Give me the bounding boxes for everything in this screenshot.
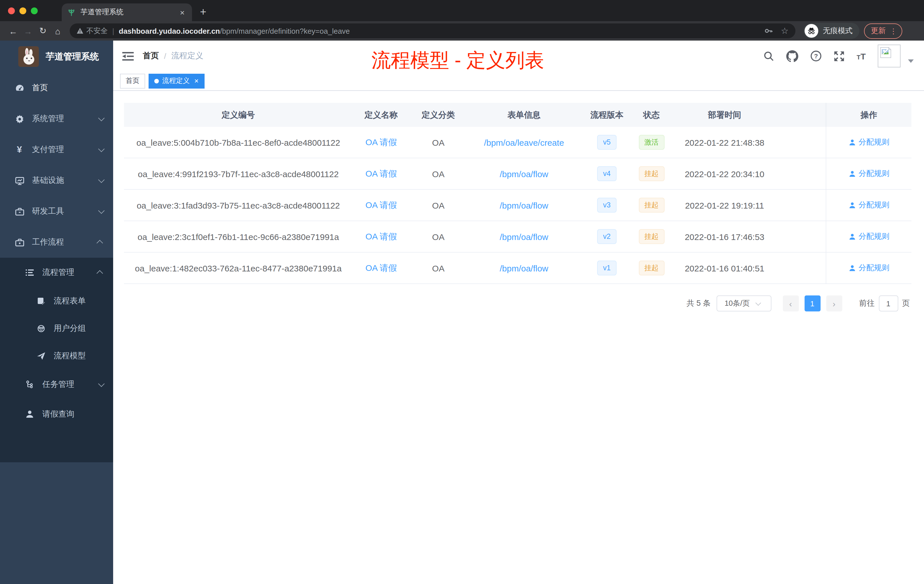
chevron-down-icon bbox=[756, 300, 761, 305]
incognito-label: 无痕模式 bbox=[818, 26, 858, 36]
back-button[interactable]: ← bbox=[6, 26, 21, 36]
window-controls bbox=[0, 0, 46, 21]
sidebar-item-label: 流程管理 bbox=[42, 267, 98, 278]
assign-rule-button[interactable]: 分配规则 bbox=[848, 200, 889, 210]
sidebar-item-process-model[interactable]: 流程模型 bbox=[0, 342, 113, 370]
zoom-window-button[interactable] bbox=[31, 7, 38, 14]
breadcrumb-home[interactable]: 首页 bbox=[143, 51, 159, 61]
tab-title: 芋道管理系统 bbox=[81, 7, 178, 17]
user-icon bbox=[848, 170, 856, 177]
deploy-time: 2022-01-16 17:46:53 bbox=[670, 232, 779, 241]
sidebar-item-task-mgmt[interactable]: 任务管理 bbox=[0, 370, 113, 399]
sidebar-item-payment[interactable]: ¥ 支付管理 bbox=[0, 134, 113, 165]
avatar-dropdown-caret[interactable] bbox=[908, 59, 914, 63]
sidebar-item-workflow[interactable]: 工作流程 bbox=[0, 227, 113, 258]
column-header: 部署时间 bbox=[670, 109, 779, 120]
tab-close-icon[interactable]: × bbox=[178, 8, 186, 17]
robot-icon bbox=[34, 324, 48, 333]
org-flow-icon bbox=[23, 380, 36, 389]
bookmark-star-icon[interactable]: ☆ bbox=[781, 26, 789, 36]
next-page-button[interactable]: › bbox=[826, 295, 842, 312]
browser-tab[interactable]: 芋道管理系统 × bbox=[62, 3, 192, 21]
form-link[interactable]: /bpm/oa/flow bbox=[500, 169, 548, 178]
sidebar-item-infra[interactable]: 基础设施 bbox=[0, 165, 113, 196]
form-link[interactable]: /bpm/oa/flow bbox=[500, 263, 548, 273]
table-row: oa_leave:2:3c1f0ef1-76b1-11ec-9c66-a2380… bbox=[124, 221, 911, 252]
incognito-icon bbox=[807, 26, 816, 35]
definition-name-link[interactable]: OA 请假 bbox=[365, 231, 397, 241]
definition-id: oa_leave:4:991f2193-7b7f-11ec-a3c8-acde4… bbox=[124, 169, 353, 178]
tag-home[interactable]: 首页 bbox=[120, 73, 145, 88]
update-label: 更新 bbox=[871, 26, 886, 36]
chrome-update-button[interactable]: 更新 ⋮ bbox=[864, 23, 902, 39]
list-tree-icon bbox=[23, 268, 36, 277]
sidebar-item-process-mgmt[interactable]: 流程管理 bbox=[0, 258, 113, 287]
status-badge: 挂起 bbox=[639, 198, 664, 213]
definition-name-link[interactable]: OA 请假 bbox=[365, 262, 397, 272]
deploy-time: 2022-01-22 20:34:10 bbox=[670, 169, 779, 178]
github-icon[interactable] bbox=[786, 50, 798, 62]
definition-name-link[interactable]: OA 请假 bbox=[365, 200, 397, 210]
column-header: 定义名称 bbox=[353, 109, 410, 120]
sidebar-item-process-form[interactable]: 流程表单 bbox=[0, 287, 113, 315]
home-button[interactable]: ⌂ bbox=[50, 26, 65, 36]
sidebar-item-devtools[interactable]: 研发工具 bbox=[0, 196, 113, 227]
tag-process-definition[interactable]: 流程定义 × bbox=[148, 73, 204, 88]
assign-rule-button[interactable]: 分配规则 bbox=[848, 231, 889, 242]
goto-label: 前往 bbox=[859, 298, 874, 308]
assign-rule-button[interactable]: 分配规则 bbox=[848, 137, 889, 147]
definition-category: OA bbox=[410, 137, 467, 147]
form-link[interactable]: /bpm/oa/leave/create bbox=[484, 137, 564, 147]
font-size-icon[interactable]: TT bbox=[856, 51, 866, 61]
version-badge[interactable]: v5 bbox=[597, 135, 616, 150]
column-header: 流程版本 bbox=[581, 109, 633, 120]
assign-rule-button[interactable]: 分配规则 bbox=[848, 168, 889, 179]
close-window-button[interactable] bbox=[8, 7, 15, 14]
chevron-down-icon bbox=[98, 146, 105, 152]
version-badge[interactable]: v1 bbox=[597, 261, 616, 276]
help-icon[interactable]: ? bbox=[810, 50, 822, 62]
prev-page-button[interactable]: ‹ bbox=[782, 295, 799, 312]
browser-menu-icon[interactable]: ⋮ bbox=[890, 26, 897, 35]
search-icon[interactable] bbox=[764, 51, 774, 61]
browser-toolbar: ← → ↻ ⌂ 不安全 | dashboard.yudao.iocoder.cn… bbox=[0, 21, 924, 41]
forward-button[interactable]: → bbox=[21, 26, 35, 36]
definition-name-link[interactable]: OA 请假 bbox=[365, 168, 397, 178]
version-badge[interactable]: v2 bbox=[597, 229, 616, 244]
warning-triangle-icon bbox=[77, 27, 83, 34]
browser-window: 芋道管理系统 × + ← → ↻ ⌂ 不安全 | dashboard.yudao… bbox=[0, 0, 924, 584]
form-link[interactable]: /bpm/oa/flow bbox=[500, 200, 548, 210]
avatar[interactable] bbox=[878, 45, 901, 68]
address-bar[interactable]: 不安全 | dashboard.yudao.iocoder.cn /bpm/ma… bbox=[70, 23, 795, 38]
assign-rule-button[interactable]: 分配规则 bbox=[848, 263, 889, 273]
form-link[interactable]: /bpm/oa/flow bbox=[500, 232, 548, 241]
page-size-value: 10条/页 bbox=[724, 298, 750, 308]
definition-name-link[interactable]: OA 请假 bbox=[365, 137, 397, 147]
security-warning[interactable]: 不安全 bbox=[77, 26, 108, 36]
definition-category: OA bbox=[410, 200, 467, 210]
minimize-window-button[interactable] bbox=[20, 7, 26, 14]
tag-close-icon[interactable]: × bbox=[194, 77, 198, 85]
page-number-1[interactable]: 1 bbox=[804, 295, 820, 312]
sidebar-item-user-group[interactable]: 用户分组 bbox=[0, 315, 113, 342]
sidebar-collapse-button[interactable] bbox=[122, 51, 134, 61]
goto-page-input[interactable] bbox=[879, 295, 898, 312]
breadcrumb-current: 流程定义 bbox=[172, 51, 203, 61]
password-key-icon[interactable] bbox=[764, 26, 773, 35]
new-tab-button[interactable]: + bbox=[200, 6, 206, 21]
pagination: 共 5 条 10条/页 ‹ 1 › 前往 页 bbox=[124, 295, 911, 312]
active-tag-dot bbox=[154, 79, 159, 83]
sidebar-item-leave-query[interactable]: 请假查询 bbox=[0, 399, 113, 429]
sidebar-item-home[interactable]: 首页 bbox=[0, 73, 113, 104]
definition-id: oa_leave:1:482ec033-762a-11ec-8477-a2380… bbox=[124, 263, 353, 273]
dashboard-icon bbox=[13, 83, 26, 93]
version-badge[interactable]: v3 bbox=[597, 198, 616, 213]
reload-button[interactable]: ↻ bbox=[35, 26, 50, 36]
user-icon bbox=[848, 264, 856, 272]
incognito-badge: 无痕模式 bbox=[804, 23, 860, 39]
toolbox-icon bbox=[13, 206, 26, 216]
sidebar-item-system[interactable]: 系统管理 bbox=[0, 104, 113, 134]
fullscreen-icon[interactable] bbox=[834, 51, 845, 61]
page-size-select[interactable]: 10条/页 bbox=[716, 295, 771, 312]
version-badge[interactable]: v4 bbox=[597, 166, 616, 181]
